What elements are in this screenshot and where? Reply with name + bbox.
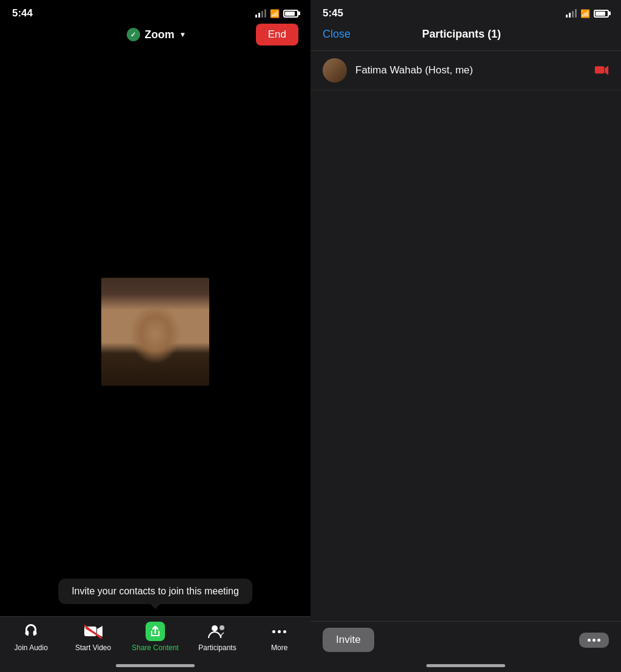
end-button[interactable]: End — [256, 24, 298, 45]
svg-point-7 — [212, 625, 218, 631]
more-button[interactable]: More — [255, 622, 304, 652]
join-audio-label: Join Audio — [14, 643, 47, 652]
left-time: 5:44 — [12, 7, 33, 19]
join-audio-icon — [21, 622, 41, 641]
participants-button[interactable]: Participants — [193, 622, 241, 652]
participant-video — [101, 278, 209, 386]
home-bar-right — [426, 664, 505, 667]
avatar-image — [323, 58, 347, 82]
video-off-icon — [594, 64, 609, 76]
invite-tooltip: Invite your contacts to join this meetin… — [58, 579, 252, 604]
participant-name: Fatima Wahab (Host, me) — [355, 64, 594, 76]
start-video-icon — [84, 622, 103, 641]
left-status-bar: 5:44 📶 — [0, 0, 310, 24]
start-video-button[interactable]: Start Video — [69, 622, 118, 652]
right-time: 5:45 — [323, 7, 343, 19]
participants-label: Participants — [198, 643, 237, 652]
right-panel: 5:45 📶 Close Participants (1) Fatima Wah… — [310, 0, 621, 672]
more-label: More — [271, 643, 287, 652]
chevron-down-icon[interactable]: ▾ — [181, 30, 184, 39]
participants-header: Close Participants (1) — [310, 24, 621, 51]
left-toolbar: Join Audio Start Video — [0, 616, 310, 662]
join-audio-button[interactable]: Join Audio — [7, 622, 55, 652]
svg-marker-10 — [605, 66, 608, 75]
battery-icon — [283, 10, 298, 18]
right-status-icons: 📶 — [566, 9, 609, 18]
video-area: Invite your contacts to join this meetin… — [0, 47, 310, 616]
participants-list: Fatima Wahab (Host, me) — [310, 51, 621, 621]
table-row[interactable]: Fatima Wahab (Host, me) — [310, 51, 621, 90]
close-button[interactable]: Close — [323, 28, 351, 41]
right-signal-icon — [566, 9, 577, 18]
share-content-button[interactable]: Share Content — [131, 622, 180, 652]
participants-title: Participants (1) — [422, 28, 501, 41]
app-name: Zoom — [145, 29, 175, 41]
avatar — [323, 58, 347, 82]
svg-rect-9 — [595, 66, 604, 73]
share-content-label: Share Content — [132, 643, 178, 652]
zoom-shield-icon: ✓ — [127, 28, 140, 41]
left-status-icons: 📶 — [255, 9, 298, 18]
start-video-label: Start Video — [75, 643, 111, 652]
left-home-indicator — [0, 662, 310, 672]
right-home-indicator — [310, 662, 621, 672]
wifi-icon: 📶 — [270, 9, 280, 18]
left-header: ✓ Zoom ▾ End — [0, 24, 310, 47]
home-bar-left — [116, 664, 195, 667]
left-panel: 5:44 📶 ✓ Zoom ▾ End Invite your contacts… — [0, 0, 310, 672]
participants-icon — [207, 622, 227, 641]
svg-point-0 — [25, 631, 29, 635]
zoom-logo: ✓ Zoom ▾ — [127, 28, 184, 41]
share-content-icon — [146, 622, 165, 641]
signal-icon — [255, 9, 266, 18]
right-more-button[interactable] — [579, 633, 609, 648]
right-battery-icon — [594, 10, 609, 18]
right-toolbar: Invite — [310, 621, 621, 662]
invite-tooltip-text: Invite your contacts to join this meetin… — [72, 586, 239, 596]
more-icon — [270, 622, 289, 641]
invite-button[interactable]: Invite — [323, 628, 374, 652]
svg-point-1 — [33, 631, 37, 635]
right-status-bar: 5:45 📶 — [310, 0, 621, 24]
right-wifi-icon: 📶 — [580, 9, 590, 18]
participant-video-feed — [101, 278, 209, 386]
svg-point-8 — [220, 625, 224, 630]
